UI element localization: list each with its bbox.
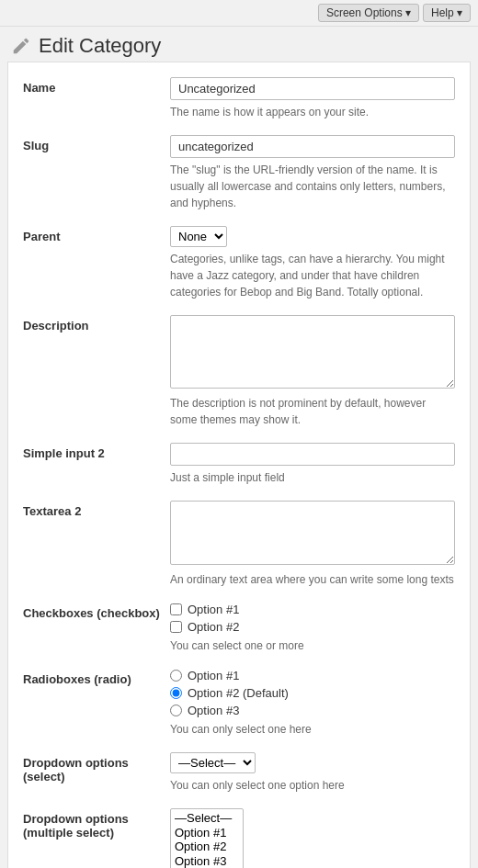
- dropdown-label: Dropdown options (select): [23, 752, 170, 783]
- slug-label: Slug: [23, 135, 170, 152]
- multi-dropdown-label: Dropdown options (multiple select): [23, 808, 170, 840]
- simple-input2-field: Just a simple input field: [170, 443, 455, 486]
- radio-2[interactable]: [170, 687, 182, 699]
- checkboxes-field: Option #1 Option #2 You can select one o…: [170, 603, 455, 654]
- radioboxes-help: You can only select one here: [170, 721, 455, 738]
- radio-item-1[interactable]: Option #1: [170, 669, 455, 682]
- simple-input2-help: Just a simple input field: [170, 469, 455, 486]
- radioboxes-row: Radioboxes (radio) Option #1 Option #2 (…: [23, 669, 455, 738]
- textarea2-label: Textarea 2: [23, 501, 170, 518]
- checkbox-group: Option #1 Option #2: [170, 603, 455, 634]
- dropdown-help: You can only select one option here: [170, 777, 455, 794]
- simple-input2-input[interactable]: [170, 443, 455, 466]
- radio-label-1: Option #1: [188, 669, 239, 682]
- checkbox-2[interactable]: [170, 621, 182, 633]
- parent-help: Categories, unlike tags, can have a hier…: [170, 251, 455, 300]
- content-area: Name The name is how it appears on your …: [7, 62, 471, 868]
- multi-select-opt3: Option #3: [175, 854, 239, 868]
- parent-field: None Categories, unlike tags, can have a…: [170, 226, 455, 300]
- checkboxes-row: Checkboxes (checkbox) Option #1 Option #…: [23, 603, 455, 654]
- slug-field: The "slug" is the URL-friendly version o…: [170, 135, 455, 211]
- checkbox-label-2: Option #2: [188, 620, 239, 634]
- checkbox-1[interactable]: [170, 603, 182, 615]
- parent-select[interactable]: None: [170, 226, 227, 247]
- name-help: The name is how it appears on your site.: [170, 104, 455, 120]
- name-label: Name: [23, 77, 170, 95]
- radio-3[interactable]: [170, 705, 182, 716]
- slug-row: Slug The "slug" is the URL-friendly vers…: [23, 135, 455, 211]
- description-help: The description is not prominent by defa…: [170, 395, 455, 428]
- radio-item-3[interactable]: Option #3: [170, 704, 455, 717]
- name-input[interactable]: [170, 77, 455, 100]
- textarea2-help: An ordinary text area where you can writ…: [170, 571, 455, 588]
- checkbox-label-1: Option #1: [188, 603, 239, 616]
- textarea2-textarea[interactable]: [170, 501, 455, 565]
- parent-label: Parent: [23, 226, 170, 243]
- dropdown-select[interactable]: —Select—: [170, 752, 256, 773]
- simple-input2-row: Simple input 2 Just a simple input field: [23, 443, 455, 486]
- slug-input[interactable]: [170, 135, 455, 158]
- dropdown-row: Dropdown options (select) —Select— You c…: [23, 752, 455, 794]
- page-title: Edit Category: [39, 34, 161, 58]
- name-field: The name is how it appears on your site.: [170, 77, 455, 120]
- textarea2-row: Textarea 2 An ordinary text area where y…: [23, 501, 455, 588]
- simple-input2-label: Simple input 2: [23, 443, 170, 460]
- radio-label-2: Option #2 (Default): [188, 686, 289, 700]
- checkbox-item-1[interactable]: Option #1: [170, 603, 455, 616]
- radio-1[interactable]: [170, 670, 182, 682]
- description-textarea[interactable]: [170, 315, 455, 389]
- slug-help: The "slug" is the URL-friendly version o…: [170, 162, 455, 211]
- dropdown-field: —Select— You can only select one option …: [170, 752, 455, 794]
- edit-icon: [11, 36, 31, 56]
- name-row: Name The name is how it appears on your …: [23, 77, 455, 120]
- checkboxes-help: You can select one or more: [170, 637, 455, 654]
- radioboxes-label: Radioboxes (radio): [23, 669, 170, 686]
- radio-label-3: Option #3: [188, 704, 239, 717]
- radio-item-2[interactable]: Option #2 (Default): [170, 686, 455, 700]
- checkbox-item-2[interactable]: Option #2: [170, 620, 455, 634]
- checkboxes-label: Checkboxes (checkbox): [23, 603, 170, 620]
- help-button[interactable]: Help ▾: [423, 4, 471, 22]
- description-row: Description The description is not promi…: [23, 315, 455, 428]
- page-header: Edit Category: [0, 27, 478, 62]
- multi-dropdown-field: —Select— Option #1 Option #2 Option #3 Y…: [170, 808, 455, 868]
- description-field: The description is not prominent by defa…: [170, 315, 455, 428]
- multi-select[interactable]: —Select— Option #1 Option #2 Option #3: [170, 808, 244, 868]
- top-bar: Screen Options ▾ Help ▾: [0, 0, 478, 27]
- multi-select-opt0: —Select—: [175, 811, 239, 826]
- radio-group: Option #1 Option #2 (Default) Option #3: [170, 669, 455, 717]
- description-label: Description: [23, 315, 170, 333]
- multi-select-opt1: Option #1: [175, 826, 239, 840]
- textarea2-field: An ordinary text area where you can writ…: [170, 501, 455, 588]
- multi-select-opt2: Option #2: [175, 840, 239, 854]
- screen-options-button[interactable]: Screen Options ▾: [318, 4, 419, 22]
- radioboxes-field: Option #1 Option #2 (Default) Option #3 …: [170, 669, 455, 738]
- parent-row: Parent None Categories, unlike tags, can…: [23, 226, 455, 300]
- multi-dropdown-row: Dropdown options (multiple select) —Sele…: [23, 808, 455, 868]
